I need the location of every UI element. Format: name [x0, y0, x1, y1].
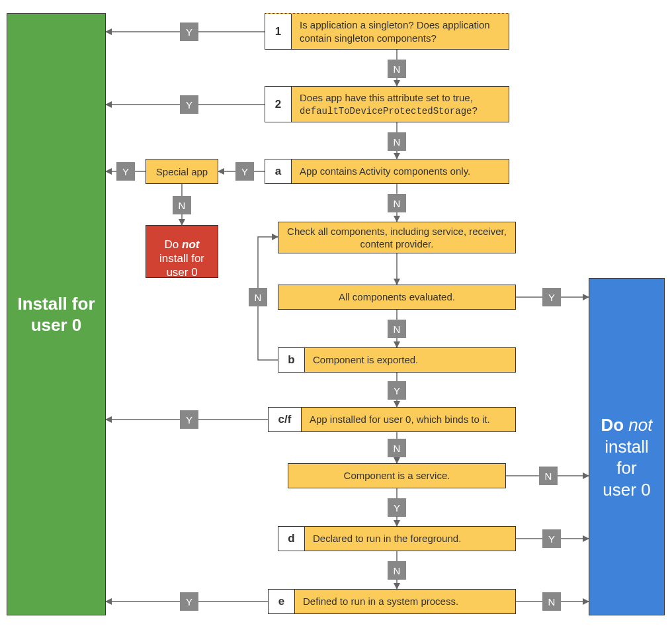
decision-activity-only: a App contains Activity components only.	[265, 159, 509, 184]
process-check-all-components: Check all components, including service,…	[278, 222, 516, 253]
node-text: Is application a singleton? Does applica…	[292, 14, 509, 49]
node-text: Component is exported.	[305, 348, 515, 372]
node-number: d	[278, 527, 305, 551]
node-text: App contains Activity components only.	[292, 159, 509, 183]
edge-label-y: Y	[180, 592, 198, 611]
edge-label-y: Y	[388, 381, 406, 400]
decision-all-evaluated: All components evaluated.	[278, 285, 516, 310]
decision-singleton: 1 Is application a singleton? Does appli…	[265, 13, 509, 50]
node-number: b	[278, 348, 305, 372]
edge-label-y: Y	[235, 162, 254, 181]
edge-label-y: Y	[180, 22, 198, 41]
edge-label-y: Y	[180, 95, 198, 114]
decision-component-exported: b Component is exported.	[278, 347, 516, 373]
endpoint-install-user0: Install for user 0	[7, 13, 106, 615]
node-number: c/f	[269, 408, 302, 431]
decision-defaultToDeviceProtectedStorage: 2 Does app have this attribute set to tr…	[265, 86, 509, 122]
node-text: Defined to run in a system process.	[295, 590, 515, 613]
edge-label-n: N	[539, 467, 558, 485]
node-text: Component is a service.	[288, 464, 505, 488]
node-number: 1	[265, 14, 292, 49]
edge-label-n: N	[173, 196, 191, 214]
edge-label-n: N	[249, 288, 267, 306]
edge-label-n: N	[388, 194, 406, 212]
decision-component-is-service: Component is a service.	[288, 463, 506, 488]
node-text: App installed for user 0, which binds to…	[302, 408, 515, 431]
decision-system-process: e Defined to run in a system process.	[268, 589, 516, 614]
decision-special-app: Special app	[146, 159, 218, 184]
red-label: Do not install for user 0	[159, 224, 204, 280]
node-text: Declared to run in the foreground.	[305, 527, 515, 551]
node-number: a	[265, 159, 292, 183]
endpoint-donot-label: Do not install for user 0	[593, 393, 660, 501]
node-text: Check all components, including service,…	[278, 222, 515, 253]
node-number: 2	[265, 87, 292, 122]
edge-label-y: Y	[388, 498, 406, 517]
edge-label-n: N	[542, 592, 561, 611]
edge-label-y: Y	[542, 529, 561, 548]
endpoint-do-not-install-user0: Do not install for user 0	[589, 278, 665, 615]
endpoint-do-not-install-red: Do not install for user 0	[146, 225, 218, 278]
decision-installed-binds: c/f App installed for user 0, which bind…	[268, 407, 516, 432]
edge-label-y: Y	[180, 410, 198, 429]
decision-foreground: d Declared to run in the foreground.	[278, 526, 516, 551]
node-text: All components evaluated.	[278, 285, 515, 309]
node-number: e	[269, 590, 295, 613]
edge-label-n: N	[388, 439, 406, 457]
edge-label-n: N	[388, 561, 406, 580]
edge-label-y: Y	[542, 288, 561, 306]
endpoint-install-label: Install for user 0	[17, 293, 95, 336]
edge-label-n: N	[388, 320, 406, 338]
edge-label-n: N	[388, 60, 406, 78]
edge-label-n: N	[388, 132, 406, 151]
node-text: Does app have this attribute set to true…	[292, 87, 509, 122]
edge-label-y: Y	[116, 162, 135, 181]
special-app-label: Special app	[156, 166, 208, 177]
